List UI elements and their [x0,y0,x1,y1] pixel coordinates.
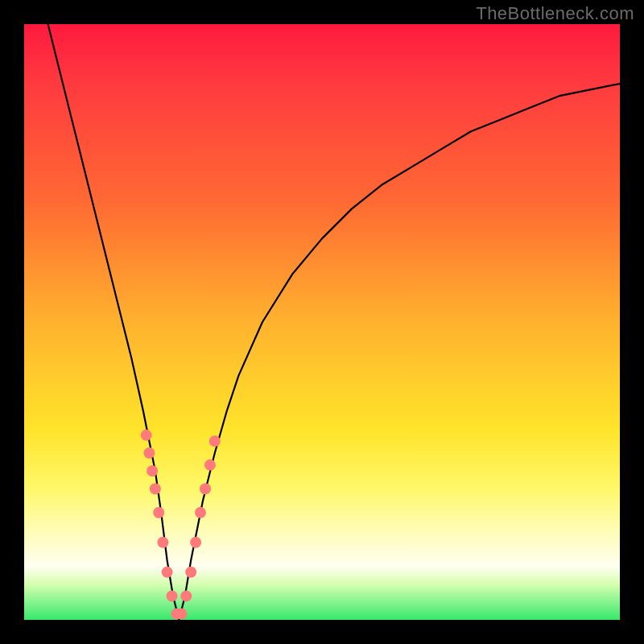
marker-point [147,465,158,477]
marker-point [209,436,221,447]
marker-point [185,567,196,578]
marker-point [167,590,178,601]
marker-point [200,483,211,494]
marker-point [153,507,164,518]
marker-point [190,537,201,548]
marker-point [157,537,168,548]
bottleneck-curve [48,24,620,620]
marker-point [204,460,216,471]
marker-point [150,483,161,494]
marker-point [141,430,152,441]
plot-area [24,24,620,620]
marker-point [175,609,187,620]
marker-point [180,590,192,601]
marker-point [143,448,155,459]
marker-point [195,507,206,518]
watermark-text: TheBottleneck.com [476,3,634,24]
chart-frame: TheBottleneck.com [0,0,644,644]
marker-point [162,567,173,578]
curve-svg [24,24,620,620]
